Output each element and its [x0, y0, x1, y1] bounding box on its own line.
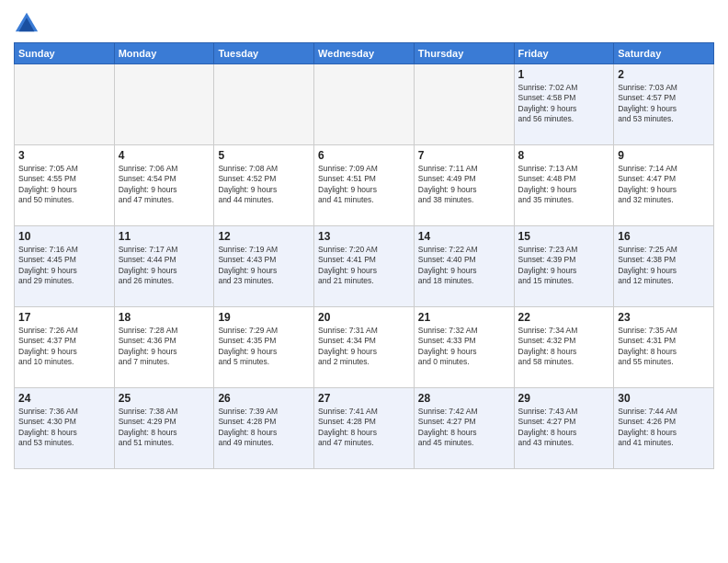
- calendar-cell: 9Sunrise: 7:14 AM Sunset: 4:47 PM Daylig…: [614, 145, 714, 226]
- day-number: 24: [18, 392, 110, 405]
- day-number: 10: [18, 230, 110, 243]
- day-number: 27: [318, 392, 410, 405]
- day-number: 11: [119, 230, 210, 243]
- day-number: 16: [618, 230, 710, 243]
- day-info: Sunrise: 7:43 AM Sunset: 4:27 PM Dayligh…: [518, 407, 610, 449]
- day-info: Sunrise: 7:32 AM Sunset: 4:33 PM Dayligh…: [418, 326, 510, 368]
- day-number: 30: [618, 392, 710, 405]
- calendar-cell: 23Sunrise: 7:35 AM Sunset: 4:31 PM Dayli…: [614, 307, 714, 388]
- calendar-week-3: 10Sunrise: 7:16 AM Sunset: 4:45 PM Dayli…: [15, 226, 714, 307]
- calendar-cell: 18Sunrise: 7:28 AM Sunset: 4:36 PM Dayli…: [114, 307, 214, 388]
- day-info: Sunrise: 7:08 AM Sunset: 4:52 PM Dayligh…: [218, 164, 310, 206]
- day-info: Sunrise: 7:23 AM Sunset: 4:39 PM Dayligh…: [518, 245, 610, 287]
- day-number: 15: [518, 230, 610, 243]
- day-info: Sunrise: 7:26 AM Sunset: 4:37 PM Dayligh…: [18, 326, 110, 368]
- day-number: 8: [518, 149, 610, 162]
- day-number: 1: [518, 68, 610, 81]
- day-info: Sunrise: 7:36 AM Sunset: 4:30 PM Dayligh…: [18, 407, 110, 449]
- day-number: 2: [618, 68, 710, 81]
- calendar-cell: 22Sunrise: 7:34 AM Sunset: 4:32 PM Dayli…: [514, 307, 614, 388]
- day-info: Sunrise: 7:11 AM Sunset: 4:49 PM Dayligh…: [418, 164, 510, 206]
- day-info: Sunrise: 7:19 AM Sunset: 4:43 PM Dayligh…: [218, 245, 310, 287]
- day-info: Sunrise: 7:16 AM Sunset: 4:45 PM Dayligh…: [18, 245, 110, 287]
- calendar-cell: 1Sunrise: 7:02 AM Sunset: 4:58 PM Daylig…: [514, 64, 614, 145]
- day-number: 23: [618, 311, 710, 324]
- day-info: Sunrise: 7:41 AM Sunset: 4:28 PM Dayligh…: [318, 407, 410, 449]
- calendar-cell: 24Sunrise: 7:36 AM Sunset: 4:30 PM Dayli…: [15, 388, 115, 469]
- calendar-cell: [114, 64, 214, 145]
- day-number: 28: [418, 392, 510, 405]
- day-info: Sunrise: 7:39 AM Sunset: 4:28 PM Dayligh…: [218, 407, 310, 449]
- day-info: Sunrise: 7:09 AM Sunset: 4:51 PM Dayligh…: [318, 164, 410, 206]
- day-info: Sunrise: 7:29 AM Sunset: 4:35 PM Dayligh…: [218, 326, 310, 368]
- calendar-cell: 17Sunrise: 7:26 AM Sunset: 4:37 PM Dayli…: [15, 307, 115, 388]
- day-info: Sunrise: 7:25 AM Sunset: 4:38 PM Dayligh…: [618, 245, 710, 287]
- calendar-cell: 21Sunrise: 7:32 AM Sunset: 4:33 PM Dayli…: [414, 307, 514, 388]
- day-number: 6: [318, 149, 410, 162]
- calendar-cell: 19Sunrise: 7:29 AM Sunset: 4:35 PM Dayli…: [214, 307, 314, 388]
- weekday-header-tuesday: Tuesday: [214, 43, 314, 64]
- day-info: Sunrise: 7:31 AM Sunset: 4:34 PM Dayligh…: [318, 326, 410, 368]
- weekday-header-row: SundayMondayTuesdayWednesdayThursdayFrid…: [15, 43, 714, 64]
- calendar-cell: 11Sunrise: 7:17 AM Sunset: 4:44 PM Dayli…: [114, 226, 214, 307]
- calendar-cell: 12Sunrise: 7:19 AM Sunset: 4:43 PM Dayli…: [214, 226, 314, 307]
- calendar-week-1: 1Sunrise: 7:02 AM Sunset: 4:58 PM Daylig…: [15, 64, 714, 145]
- day-info: Sunrise: 7:20 AM Sunset: 4:41 PM Dayligh…: [318, 245, 410, 287]
- calendar-cell: 16Sunrise: 7:25 AM Sunset: 4:38 PM Dayli…: [614, 226, 714, 307]
- calendar-cell: 2Sunrise: 7:03 AM Sunset: 4:57 PM Daylig…: [614, 64, 714, 145]
- day-info: Sunrise: 7:13 AM Sunset: 4:48 PM Dayligh…: [518, 164, 610, 206]
- calendar-cell: 14Sunrise: 7:22 AM Sunset: 4:40 PM Dayli…: [414, 226, 514, 307]
- day-info: Sunrise: 7:28 AM Sunset: 4:36 PM Dayligh…: [119, 326, 210, 368]
- calendar-cell: 8Sunrise: 7:13 AM Sunset: 4:48 PM Daylig…: [514, 145, 614, 226]
- day-info: Sunrise: 7:14 AM Sunset: 4:47 PM Dayligh…: [618, 164, 710, 206]
- day-number: 26: [218, 392, 310, 405]
- day-number: 5: [218, 149, 310, 162]
- page-header: [14, 9, 714, 35]
- calendar-cell: 4Sunrise: 7:06 AM Sunset: 4:54 PM Daylig…: [114, 145, 214, 226]
- day-number: 9: [618, 149, 710, 162]
- day-number: 14: [418, 230, 510, 243]
- logo-icon: [14, 9, 40, 35]
- calendar-cell: [214, 64, 314, 145]
- calendar-table: SundayMondayTuesdayWednesdayThursdayFrid…: [14, 42, 714, 469]
- calendar-week-2: 3Sunrise: 7:05 AM Sunset: 4:55 PM Daylig…: [15, 145, 714, 226]
- calendar-cell: 3Sunrise: 7:05 AM Sunset: 4:55 PM Daylig…: [15, 145, 115, 226]
- day-number: 22: [518, 311, 610, 324]
- day-info: Sunrise: 7:35 AM Sunset: 4:31 PM Dayligh…: [618, 326, 710, 368]
- calendar-cell: 26Sunrise: 7:39 AM Sunset: 4:28 PM Dayli…: [214, 388, 314, 469]
- day-number: 18: [119, 311, 210, 324]
- calendar-cell: 13Sunrise: 7:20 AM Sunset: 4:41 PM Dayli…: [314, 226, 415, 307]
- weekday-header-friday: Friday: [514, 43, 614, 64]
- weekday-header-thursday: Thursday: [414, 43, 514, 64]
- calendar-cell: 7Sunrise: 7:11 AM Sunset: 4:49 PM Daylig…: [414, 145, 514, 226]
- calendar-cell: [414, 64, 514, 145]
- day-number: 25: [119, 392, 210, 405]
- day-number: 20: [318, 311, 410, 324]
- calendar-cell: 25Sunrise: 7:38 AM Sunset: 4:29 PM Dayli…: [114, 388, 214, 469]
- weekday-header-monday: Monday: [114, 43, 214, 64]
- day-info: Sunrise: 7:38 AM Sunset: 4:29 PM Dayligh…: [119, 407, 210, 449]
- day-number: 4: [119, 149, 210, 162]
- weekday-header-sunday: Sunday: [15, 43, 115, 64]
- calendar-cell: 10Sunrise: 7:16 AM Sunset: 4:45 PM Dayli…: [15, 226, 115, 307]
- weekday-header-wednesday: Wednesday: [314, 43, 415, 64]
- day-number: 21: [418, 311, 510, 324]
- day-info: Sunrise: 7:17 AM Sunset: 4:44 PM Dayligh…: [119, 245, 210, 287]
- day-number: 13: [318, 230, 410, 243]
- day-number: 17: [18, 311, 110, 324]
- calendar-cell: 29Sunrise: 7:43 AM Sunset: 4:27 PM Dayli…: [514, 388, 614, 469]
- calendar-cell: 27Sunrise: 7:41 AM Sunset: 4:28 PM Dayli…: [314, 388, 415, 469]
- day-info: Sunrise: 7:34 AM Sunset: 4:32 PM Dayligh…: [518, 326, 610, 368]
- calendar-cell: 15Sunrise: 7:23 AM Sunset: 4:39 PM Dayli…: [514, 226, 614, 307]
- day-info: Sunrise: 7:22 AM Sunset: 4:40 PM Dayligh…: [418, 245, 510, 287]
- calendar-cell: 5Sunrise: 7:08 AM Sunset: 4:52 PM Daylig…: [214, 145, 314, 226]
- day-number: 3: [18, 149, 110, 162]
- calendar-cell: 30Sunrise: 7:44 AM Sunset: 4:26 PM Dayli…: [614, 388, 714, 469]
- day-number: 7: [418, 149, 510, 162]
- day-info: Sunrise: 7:02 AM Sunset: 4:58 PM Dayligh…: [518, 83, 610, 125]
- calendar-cell: 28Sunrise: 7:42 AM Sunset: 4:27 PM Dayli…: [414, 388, 514, 469]
- calendar-week-4: 17Sunrise: 7:26 AM Sunset: 4:37 PM Dayli…: [15, 307, 714, 388]
- calendar-page: SundayMondayTuesdayWednesdayThursdayFrid…: [0, 0, 728, 563]
- day-info: Sunrise: 7:42 AM Sunset: 4:27 PM Dayligh…: [418, 407, 510, 449]
- day-number: 19: [218, 311, 310, 324]
